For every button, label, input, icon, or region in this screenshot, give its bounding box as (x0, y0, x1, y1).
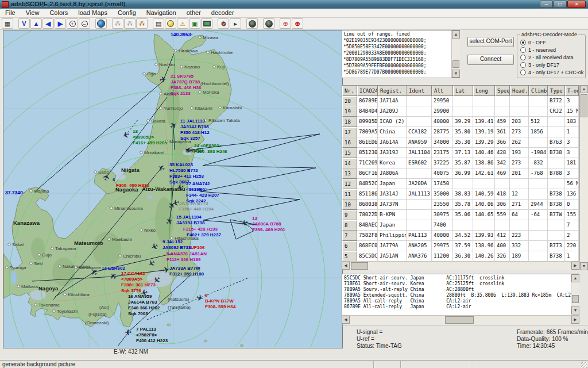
column-header-long[interactable]: Long (473, 86, 495, 96)
select-com-port-button[interactable]: select COM-Port (467, 37, 514, 47)
table-row[interactable]: 978022DB-KPN3097535.06140.6555964-64B77W… (342, 210, 579, 220)
column-header-alt[interactable]: Alt (432, 86, 453, 96)
target-2-button[interactable]: ⊕ (292, 18, 303, 29)
scroll-down-icon[interactable]: ▼ (452, 70, 460, 78)
play-button[interactable]: ▸ (230, 18, 241, 29)
scroll-down-icon[interactable]: ▼ (571, 306, 579, 315)
log-hscrollbar[interactable]: ◀ ▶ (342, 315, 579, 324)
pan-left-button[interactable]: ◀ (42, 18, 54, 29)
table-row[interactable]: 2086789EJA714A29950B7723 (342, 96, 579, 106)
table-hscrollbar[interactable]: ◀ ▶ (342, 261, 579, 270)
table-row[interactable]: 15851230JA319JJAL11042317537.13140.46428… (342, 148, 579, 158)
aircraft-icon[interactable]: ✈ (158, 74, 167, 85)
column-header-speed[interactable]: Speed (495, 86, 510, 96)
table-row[interactable]: 884BAECJapan74007 (342, 220, 579, 231)
scroll-left-icon[interactable]: ◀ (342, 316, 350, 324)
table-row[interactable]: 1284B52CJapanJA20DA1745056 M (342, 179, 579, 189)
maximize-button[interactable]: ▢ (554, 1, 567, 8)
radar-map[interactable]: MizawaHirakawaHachinoheNoshiroKazunoKuji… (3, 30, 343, 348)
column-header-nr[interactable]: Nr. (342, 86, 357, 96)
globe-button[interactable] (95, 18, 107, 29)
pan-up-button[interactable]: ▲ (30, 18, 42, 29)
table-row[interactable]: 77582F8PhilippinePAL1134000034.52139.934… (342, 231, 579, 241)
scroll-right-icon[interactable]: ▶ (571, 262, 579, 270)
grid-button[interactable]: ▦ (2, 18, 13, 29)
pan-down-button[interactable]: V (18, 18, 30, 29)
table-row[interactable]: 1386CF16JA806A4007536.99142.61469201-768… (342, 168, 579, 179)
map-canvas[interactable]: MizawaHirakawaHachinoheNoshiroKazunoKuji… (3, 30, 341, 347)
table-row[interactable]: 177809A5ChinaCCA1822877535.80139.1936127… (342, 127, 579, 137)
column-header-icao24[interactable]: ICAO24 (357, 86, 378, 96)
column-header-head[interactable]: Head. (510, 86, 529, 96)
pan-right-button[interactable]: ▶ (55, 18, 66, 29)
decoder-mode-option-0[interactable]: 0 - OFF (520, 39, 585, 46)
picture-button[interactable]: ▣ (189, 18, 200, 29)
scroll-up-icon[interactable]: ▲ (580, 85, 588, 93)
network-1-button[interactable]: ⁂ (112, 18, 123, 29)
menu-item-config[interactable]: Config (113, 9, 141, 17)
table-row[interactable]: 16861ED6JA614AANA9593400035.30139.293662… (342, 137, 579, 148)
radio-icon[interactable] (520, 70, 526, 75)
column-header-climb[interactable]: Climb (529, 86, 548, 96)
target-1-button[interactable]: ⊕ (280, 18, 291, 29)
log-vscrollbar[interactable]: ▲ ▼ (571, 274, 579, 315)
lamp-button[interactable] (165, 18, 176, 29)
column-header-ident[interactable]: Ident (407, 86, 432, 96)
menu-item-other[interactable]: other (181, 9, 206, 17)
table-row[interactable]: 11851186JA314JJAL11133500038.83140.59418… (342, 189, 579, 200)
table-cell: B738 (548, 189, 565, 200)
menu-item-colors[interactable]: Colors (44, 9, 73, 17)
picture-icon: ▣ (192, 20, 198, 28)
raw-frames-box[interactable]: time out of range, fixed*02E19035E934230… (342, 30, 460, 78)
table-row[interactable]: 1984B4D4JA209J29900CRJ215 M (342, 106, 579, 117)
connect-button[interactable]: Connect (467, 55, 514, 65)
record-1-button[interactable] (246, 18, 258, 29)
scroll-left-icon[interactable]: ◀ (342, 262, 350, 270)
decoder-mode-option-3[interactable]: 3 - only DF17 (520, 62, 585, 68)
scroll-up-icon[interactable]: ▲ (452, 30, 460, 39)
minimize-button[interactable]: ─ (540, 1, 553, 8)
table-cell (407, 106, 432, 117)
close-button[interactable]: ✕ (567, 1, 586, 8)
table-row[interactable]: 10868038JA737N2355035.78140.063062712944… (342, 200, 579, 210)
raw-frames-scrollbar[interactable]: ▲ ▼ (451, 30, 460, 78)
column-header-lat[interactable]: Lat (453, 86, 473, 96)
scroll-right-icon[interactable]: ▶ (571, 316, 579, 324)
column-header-tou[interactable]: T-ou (565, 86, 579, 96)
menu-item-load-maps[interactable]: load Maps (73, 9, 113, 17)
zoom-out-button[interactable]: − (79, 18, 90, 29)
aircraft-table[interactable]: Nr.ICAO24Regist.IdentAltLatLongSpeedHead… (342, 85, 579, 270)
record-2-button[interactable] (263, 18, 274, 29)
radio-label: 1 - reserved (528, 47, 556, 53)
warning-button[interactable]: ⚠ (177, 18, 188, 29)
radio-icon[interactable] (520, 55, 526, 60)
column-header-type[interactable]: Type (548, 86, 565, 96)
radio-icon[interactable] (520, 40, 526, 45)
chart-button[interactable]: ▤ (153, 18, 164, 29)
tools-button[interactable]: ⚙ (218, 18, 229, 29)
title-bar[interactable]: adsbSCOPE 2.6 test 8 by sprut (small) ─ … (0, 0, 588, 9)
menu-item-view[interactable]: View (21, 9, 45, 17)
radio-icon[interactable] (520, 62, 526, 68)
menu-item-navigation[interactable]: Navigation (141, 9, 181, 17)
scroll-up-icon[interactable]: ▲ (571, 274, 579, 282)
table-row[interactable]: 6868EC0JA779AANA2052997537.59138.9640033… (342, 241, 579, 251)
monitor-button[interactable] (201, 18, 212, 29)
menu-item-decoder[interactable]: decoder (206, 9, 239, 17)
decoder-mode-option-1[interactable]: 1 - reserved (520, 47, 585, 53)
aircraft-icon[interactable]: ✈ (124, 327, 131, 337)
menu-item-file[interactable]: File (0, 9, 21, 17)
decoder-mode-option-2[interactable]: 2 - all received data (520, 54, 585, 61)
scroll-down-icon[interactable]: ▼ (580, 262, 588, 270)
network-2-button[interactable]: ⁂ (124, 18, 136, 29)
zoom-in-button[interactable]: + (67, 18, 78, 29)
column-header-regist[interactable]: Regist. (378, 86, 407, 96)
resize-grip-icon[interactable] (581, 362, 587, 368)
table-row[interactable]: 1889905DICAO (2)4000039.29139.4145920351… (342, 117, 579, 127)
network-3-button[interactable]: ⁂ (136, 18, 148, 29)
table-vscrollbar[interactable]: ▲ ▼ (579, 85, 588, 270)
table-row[interactable]: 585C5DCJA51ANANA3761120036.30140.2632618… (342, 251, 579, 262)
decoder-mode-option-4[interactable]: 4 - only DF17 + CRC-ok (520, 69, 585, 76)
radio-icon[interactable] (520, 47, 526, 53)
table-row[interactable]: 1471C269KoreaESR6023722535.87138.8634227… (342, 158, 579, 168)
